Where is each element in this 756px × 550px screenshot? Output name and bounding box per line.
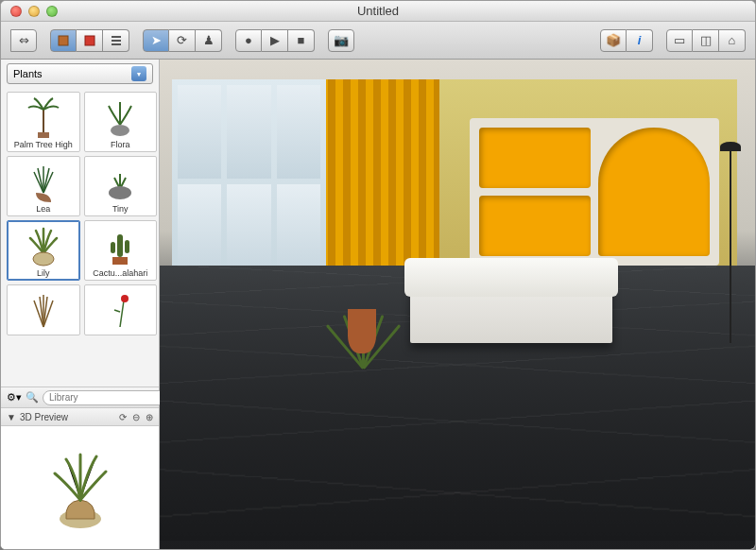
- library-item[interactable]: Palm Tree High: [7, 92, 80, 152]
- library-item[interactable]: Flora: [84, 92, 158, 152]
- plant-thumb-icon: [17, 159, 70, 204]
- svg-rect-8: [111, 242, 115, 253]
- plant-thumb-icon: [17, 287, 70, 333]
- plant-thumb-icon: [94, 223, 146, 268]
- item-label: Tiny: [87, 204, 155, 214]
- category-label: Plants: [13, 68, 43, 79]
- record-icon[interactable]: ●: [235, 29, 262, 52]
- plant-thumb-icon: [17, 223, 70, 268]
- library-item[interactable]: Tiny: [84, 156, 158, 216]
- minimize-icon[interactable]: [28, 6, 40, 17]
- view-2d-icon[interactable]: ▭: [666, 29, 693, 52]
- window-controls: [1, 6, 58, 17]
- preview-plant-icon: [38, 445, 123, 530]
- viewport-3d[interactable]: [160, 60, 755, 549]
- svg-rect-3: [38, 132, 49, 138]
- info-icon[interactable]: i: [627, 29, 653, 52]
- rotate-preview-icon[interactable]: ⟳: [119, 412, 127, 422]
- item-label: Palm Tree High: [9, 140, 77, 149]
- preview-title: 3D Preview: [20, 412, 68, 422]
- sidebar: Plants ▾ Palm Tree HighFloraLeaTinyLilyC…: [1, 60, 160, 549]
- preview-header[interactable]: ▼ 3D Preview ⟳ ⊖ ⊕: [1, 407, 159, 426]
- preview-3d[interactable]: [1, 426, 159, 549]
- camera-icon[interactable]: 📷: [328, 29, 354, 52]
- library-item[interactable]: [7, 284, 80, 335]
- library-icon[interactable]: [50, 29, 77, 52]
- toolbar-group-record: ● ▶ ■: [235, 29, 315, 52]
- plant-thumb-icon: [94, 287, 146, 333]
- toolbar-group-views: ▭ ◫ ⌂: [666, 29, 746, 52]
- svg-point-5: [109, 186, 131, 199]
- toolbar-group-info: 📦 i: [600, 29, 653, 52]
- scene-shelf: [470, 118, 720, 265]
- titlebar[interactable]: Untitled: [1, 1, 755, 22]
- view-3d-icon[interactable]: ⌂: [719, 29, 746, 52]
- library-grid[interactable]: Palm Tree HighFloraLeaTinyLilyCactu...al…: [1, 88, 159, 387]
- plant-thumb-icon: [94, 95, 146, 140]
- list-view-icon[interactable]: [103, 29, 129, 52]
- zoom-out-icon[interactable]: ⊖: [132, 412, 140, 422]
- svg-rect-7: [117, 234, 123, 257]
- window-title: Untitled: [1, 4, 755, 18]
- close-icon[interactable]: [10, 6, 22, 17]
- app-window: Untitled ⇔ ➤ ⟳ ♟ ● ▶ ■ 📷 📦 i ▭ ◫ ⌂: [0, 0, 756, 550]
- scene-sofa: [410, 266, 612, 344]
- item-label: Flora: [87, 140, 155, 149]
- stop-icon[interactable]: ■: [288, 29, 315, 52]
- scene-lamp: [730, 147, 731, 343]
- svg-point-4: [111, 125, 129, 136]
- item-label: Lily: [9, 268, 77, 278]
- zoom-in-icon[interactable]: ⊕: [146, 412, 153, 422]
- category-select[interactable]: Plants ▾: [7, 63, 153, 84]
- svg-point-12: [121, 295, 129, 302]
- layout-toggle-icon[interactable]: ⇔: [10, 29, 37, 52]
- toolbar-group-library: [50, 29, 129, 52]
- view-split-icon[interactable]: ◫: [693, 29, 719, 52]
- package-icon[interactable]: 📦: [600, 29, 627, 52]
- materials-icon[interactable]: [77, 29, 103, 52]
- svg-rect-1: [85, 36, 94, 45]
- library-item[interactable]: Cactu...alahari: [84, 220, 158, 281]
- svg-point-6: [33, 252, 54, 266]
- svg-rect-0: [59, 36, 68, 45]
- library-item[interactable]: [84, 284, 158, 335]
- search-icon: 🔍: [26, 391, 39, 404]
- item-label: Lea: [9, 204, 77, 214]
- plant-thumb-icon: [17, 95, 70, 140]
- chevron-down-icon: ▾: [131, 66, 146, 81]
- zoom-icon[interactable]: [46, 6, 58, 17]
- rotate-icon[interactable]: ⟳: [169, 29, 196, 52]
- library-item[interactable]: Lily: [7, 220, 80, 281]
- search-input[interactable]: [43, 390, 176, 405]
- svg-line-11: [120, 301, 124, 327]
- play-icon[interactable]: ▶: [262, 29, 288, 52]
- walk-icon[interactable]: ♟: [196, 29, 222, 52]
- scene-plant: [344, 206, 380, 352]
- svg-rect-10: [112, 257, 128, 265]
- arrow-icon[interactable]: ➤: [143, 29, 169, 52]
- toolbar: ⇔ ➤ ⟳ ♟ ● ▶ ■ 📷 📦 i ▭ ◫ ⌂: [1, 22, 755, 60]
- gear-icon[interactable]: ⚙︎▾: [7, 391, 22, 404]
- disclosure-icon[interactable]: ▼: [7, 412, 16, 422]
- library-footer: ⚙︎▾ 🔍: [1, 387, 159, 407]
- toolbar-group-nav: ➤ ⟳ ♟: [143, 29, 222, 52]
- plant-thumb-icon: [94, 159, 146, 204]
- toolbar-group-layout: ⇔: [10, 29, 37, 52]
- content-area: Plants ▾ Palm Tree HighFloraLeaTinyLilyC…: [1, 60, 755, 549]
- item-label: Cactu...alahari: [87, 268, 155, 278]
- library-item[interactable]: Lea: [7, 156, 80, 216]
- svg-rect-9: [125, 240, 129, 253]
